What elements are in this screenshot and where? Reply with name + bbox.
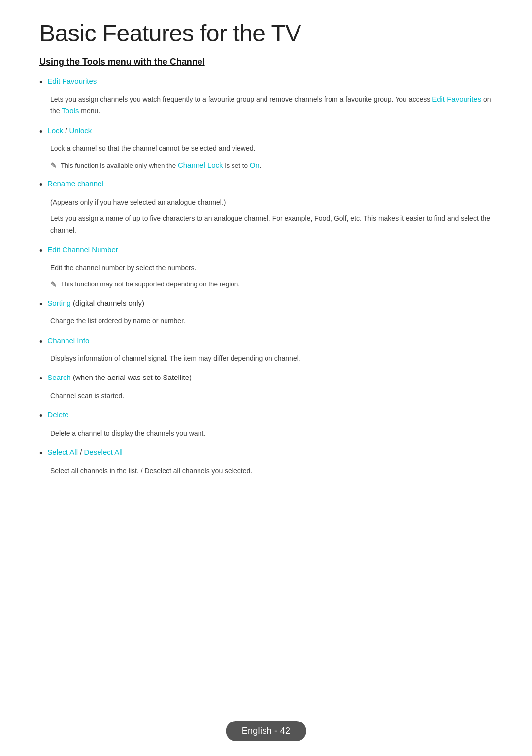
link-delete[interactable]: Delete [47,411,68,419]
note-icon: ✎ [50,280,57,289]
list-item-rename-channel: • Rename channel (Appears only if you ha… [39,178,493,237]
note-text-lock: This function is available only when the… [61,160,261,171]
link-sorting[interactable]: Sorting [47,299,71,307]
link-channel-lock[interactable]: Channel Lock [178,161,223,169]
desc-edit-channel-number: Edit the channel number by select the nu… [50,262,493,274]
bullet-dot: • [39,336,42,348]
list-item-channel-info: • Channel Info Displays information of c… [39,335,493,365]
note-edit-channel-number: ✎ This function may not be supported dep… [50,279,493,290]
desc-sorting: Change the list ordered by name or numbe… [50,315,493,327]
note-lock: ✎ This function is available only when t… [50,160,493,171]
list-item-sorting: • Sorting (digital channels only) Change… [39,298,493,327]
list-item-lock-unlock: • Lock / Unlock Lock a channel so that t… [39,125,493,171]
desc-channel-info: Displays information of channel signal. … [50,353,493,365]
bullet-dot: • [39,447,42,460]
note-icon: ✎ [50,161,57,170]
link-edit-channel-number[interactable]: Edit Channel Number [47,245,118,254]
link-rename-channel[interactable]: Rename channel [47,179,103,188]
footer-label: English - 42 [226,721,306,741]
bullet-dot: • [39,298,42,310]
desc-search: Channel scan is started. [50,390,493,402]
bullet-dot: • [39,126,42,138]
link-select-all[interactable]: Select All [47,448,78,456]
bullet-dot: • [39,410,42,422]
desc-rename-1: (Appears only if you have selected an an… [50,197,493,208]
link-edit-favourites-inline[interactable]: Edit Favourites [432,95,481,103]
bullet-dot: • [39,245,42,257]
desc-edit-favourites: Lets you assign channels you watch frequ… [50,94,493,117]
main-list: • Edit Favourites Lets you assign channe… [39,76,493,477]
list-item-select-all: • Select All / Deselect All Select all c… [39,447,493,477]
note-text-edit-channel-number: This function may not be supported depen… [61,279,240,290]
bullet-dot: • [39,76,42,89]
page-title: Basic Features for the TV [39,20,493,47]
slash-separator-2: / [80,448,84,456]
link-tools[interactable]: Tools [62,106,79,115]
list-item-edit-favourites: • Edit Favourites Lets you assign channe… [39,76,493,117]
link-lock[interactable]: Lock [47,126,63,135]
search-suffix: (when the aerial was set to Satellite) [73,373,192,381]
bullet-dot: • [39,373,42,385]
page-container: Basic Features for the TV Using the Tool… [0,0,532,534]
link-unlock[interactable]: Unlock [69,126,92,135]
section-heading: Using the Tools menu with the Channel [39,57,493,67]
link-channel-info[interactable]: Channel Info [47,336,89,344]
list-item-edit-channel-number: • Edit Channel Number Edit the channel n… [39,244,493,290]
desc-lock: Lock a channel so that the channel canno… [50,143,493,155]
list-item-search: • Search (when the aerial was set to Sat… [39,372,493,402]
desc-select-all: Select all channels in the list. / Desel… [50,465,493,477]
link-edit-favourites[interactable]: Edit Favourites [47,77,97,85]
desc-delete: Delete a channel to display the channels… [50,428,493,440]
link-on[interactable]: On [250,161,260,169]
sorting-suffix: (digital channels only) [73,299,144,307]
desc-rename-2: Lets you assign a name of up to five cha… [50,213,493,237]
bullet-dot: • [39,179,42,191]
list-item-delete: • Delete Delete a channel to display the… [39,410,493,439]
link-search[interactable]: Search [47,373,71,381]
slash-separator: / [65,126,69,135]
link-deselect-all[interactable]: Deselect All [84,448,123,456]
